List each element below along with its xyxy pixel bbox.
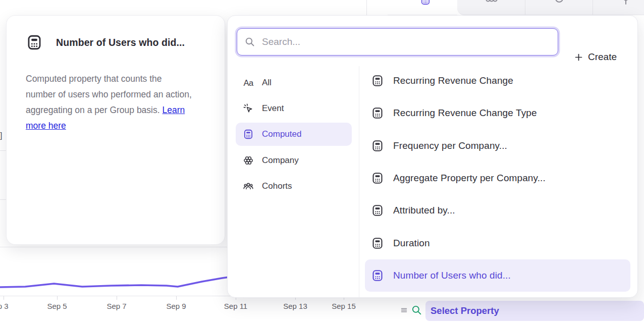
- calculator-icon: [243, 129, 254, 140]
- x-axis-label: Sep 7: [96, 302, 137, 310]
- x-axis-tick: [176, 296, 177, 300]
- query-builder-row: Select Property: [394, 298, 644, 324]
- tab-computed-view[interactable]: [388, 0, 457, 15]
- property-row[interactable]: Frequency per Company...: [365, 130, 630, 162]
- x-axis-label: Sep 9: [156, 302, 196, 310]
- calculator-tab-icon: [420, 0, 431, 6]
- event-search-icon[interactable]: [411, 304, 422, 316]
- category-cohorts[interactable]: Cohorts: [236, 175, 352, 198]
- calculator-icon: [371, 172, 384, 185]
- tooltip-description: Computed property that counts the number…: [26, 71, 202, 134]
- select-property-label: Select Property: [431, 305, 499, 316]
- calculator-icon: [371, 106, 384, 120]
- x-axis-label: Sep 15: [324, 302, 364, 310]
- view-tabs: [388, 0, 644, 15]
- clipped-text-fragment: ]: [0, 131, 6, 142]
- retention-tab-icon[interactable]: [553, 0, 565, 6]
- description-line: number of users who performed an action,: [26, 87, 202, 102]
- property-row[interactable]: Duration: [365, 227, 630, 259]
- property-row[interactable]: Attributed by...: [365, 194, 630, 227]
- description-line: aggregating on a per Group basis. Learn …: [26, 102, 202, 134]
- list-divider: [359, 66, 359, 298]
- property-row[interactable]: Recurring Revenue Change: [365, 65, 630, 97]
- x-axis-label: Sep 5: [37, 302, 77, 310]
- description-line: Computed property that counts the: [26, 71, 202, 87]
- panel-edge-divider: [366, 0, 367, 15]
- select-property-field[interactable]: Select Property: [425, 301, 644, 321]
- create-button[interactable]: Create: [571, 47, 620, 67]
- company-icon: [243, 155, 254, 166]
- row-divider: [0, 150, 6, 151]
- category-event[interactable]: Event: [236, 97, 352, 120]
- event-click-icon: [243, 103, 254, 114]
- category-all[interactable]: Aa All: [236, 71, 352, 94]
- x-axis-label: Sep 3: [0, 302, 19, 310]
- x-axis-tick: [4, 296, 4, 300]
- x-axis-tick: [57, 296, 58, 300]
- plus-icon: [574, 52, 583, 62]
- property-row[interactable]: Aggregate Property per Company...: [365, 162, 630, 194]
- create-button-label: Create: [588, 51, 617, 63]
- category-computed[interactable]: Computed: [236, 123, 352, 146]
- calculator-icon: [371, 74, 384, 87]
- x-axis-label: Sep 11: [216, 302, 256, 310]
- x-axis-label: Sep 13: [275, 302, 315, 310]
- calculator-icon: [371, 237, 384, 250]
- chart-section-divider: [0, 247, 230, 247]
- property-row[interactable]: Recurring Revenue Change Type: [365, 97, 630, 129]
- line-chart-series: [0, 273, 237, 298]
- category-company[interactable]: Company: [236, 149, 352, 172]
- dots-tab-icon[interactable]: [486, 0, 498, 6]
- search-input[interactable]: [261, 36, 551, 48]
- search-icon: [244, 36, 255, 47]
- x-axis-tick: [117, 296, 117, 300]
- search-field[interactable]: [237, 28, 558, 56]
- property-picker-panel: Create Aa All Event Computed Company Coh…: [227, 15, 638, 298]
- calculator-icon: [371, 139, 384, 152]
- row-divider: [0, 199, 6, 200]
- tooltip-title: Number of Users who did...: [56, 37, 185, 48]
- tab-group-inactive: [457, 0, 644, 15]
- funnel-tab-icon[interactable]: [620, 0, 632, 6]
- drag-handle-icon[interactable]: [400, 306, 408, 314]
- tooltip-header: Number of Users who did...: [26, 34, 185, 51]
- property-tooltip-card: Number of Users who did... Computed prop…: [6, 15, 225, 245]
- tab-divider: [593, 0, 593, 15]
- calculator-icon: [371, 269, 384, 282]
- calculator-icon: [26, 34, 43, 51]
- app-screen: ] Sep 3 Sep 5 Sep 7 Sep 9 Sep 11 Sep 13 …: [0, 0, 644, 324]
- text-format-icon: Aa: [243, 77, 254, 88]
- cohorts-icon: [243, 181, 254, 192]
- calculator-icon: [371, 204, 384, 217]
- property-row-selected[interactable]: Number of Users who did...: [365, 259, 630, 292]
- tab-divider: [525, 0, 525, 15]
